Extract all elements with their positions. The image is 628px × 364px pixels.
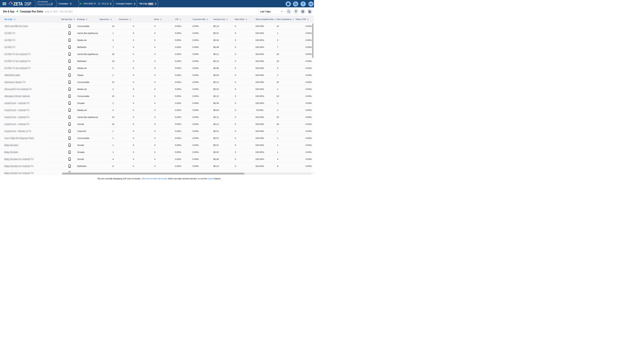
svg-text:Site App Type: Site App Type (61, 18, 72, 20)
svg-text:Site & App: Site & App (4, 18, 12, 20)
svg-text:Video Completion Rate: Video Completion Rate (256, 18, 274, 20)
svg-text:Conversions: Conversions (119, 18, 129, 20)
svg-text:ZETA MANAGED: ZETA MANAGED (37, 1, 48, 3)
svg-text:Campaign Analytics: Campaign Analytics (116, 2, 133, 5)
svg-text:Conversion Rate: Conversion Rate (193, 18, 206, 20)
svg-text:Site & App: Site & App (3, 10, 14, 13)
svg-text:ZIAO-32267_Pi ... 22 - 10.11.2: ZIAO-32267_Pi ... 22 - 10.11.22 (83, 2, 109, 5)
svg-text:Video CTR: Video CTR (296, 18, 306, 20)
svg-text:Campaign Run Dates: Campaign Run Dates (20, 10, 43, 13)
svg-text:Site & App: Site & App (140, 2, 147, 5)
svg-text:CTR: CTR (175, 18, 178, 20)
svg-text:Exchange: Exchange (77, 18, 85, 20)
svg-text:Aug 31 2022 - Oct 04 2022: Aug 31 2022 - Oct 04 2022 (45, 10, 73, 13)
svg-text:Last 7 days: Last 7 days (260, 10, 271, 13)
svg-text:Campaigns: Campaigns (59, 2, 68, 5)
svg-text:Video Clicks: Video Clicks (235, 18, 244, 20)
svg-text:Inventory Cost: Inventory Cost (213, 18, 225, 20)
svg-text:Clicks: Clicks (154, 18, 159, 20)
svg-text:Video Completions: Video Completions (277, 18, 292, 20)
svg-text:Impressions: Impressions (100, 18, 109, 20)
